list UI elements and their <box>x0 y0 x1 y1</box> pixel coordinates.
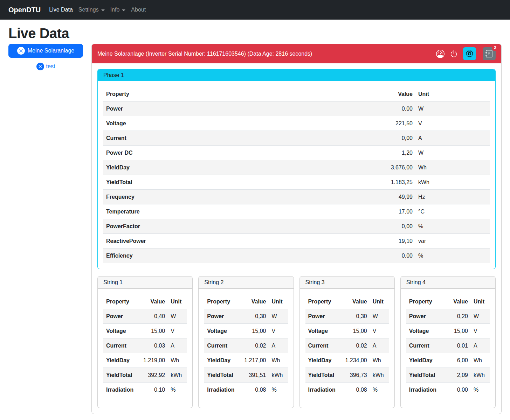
value-cell: 0,40 <box>138 309 168 324</box>
column-header: Property <box>103 294 138 309</box>
table-row: Power0,00W <box>103 102 490 116</box>
table-row: Irradiation0,08% <box>204 383 288 397</box>
column-header: Value <box>239 294 269 309</box>
nav-item-about[interactable]: About <box>128 4 149 16</box>
unit-cell: var <box>415 234 490 248</box>
column-header: Value <box>366 87 415 102</box>
value-cell: 0,01 <box>441 338 471 353</box>
column-header: Property <box>204 294 239 309</box>
property-cell: Temperature <box>103 204 366 219</box>
cpu-icon <box>466 50 473 57</box>
string-table-2: PropertyValueUnit Power0,30WVoltage15,00… <box>204 294 288 397</box>
property-cell: Current <box>305 338 340 353</box>
column-header: Unit <box>415 87 490 102</box>
property-cell: Efficiency <box>103 248 366 263</box>
value-cell: 1.217,00 <box>239 353 269 368</box>
unit-cell: W <box>415 102 490 116</box>
nav-item-live-data[interactable]: Live Data <box>46 4 76 16</box>
inverter-button-meine-solaranlage[interactable]: Meine Solaranlage <box>8 44 83 58</box>
property-cell: Power <box>103 102 366 116</box>
column-header: Value <box>340 294 370 309</box>
unit-cell: V <box>370 324 389 338</box>
value-cell: 15,00 <box>138 324 168 338</box>
property-cell: YieldTotal <box>406 368 441 383</box>
value-cell: 17,00 <box>366 204 415 219</box>
table-row: YieldTotal392,92kWh <box>103 368 187 383</box>
table-row: YieldTotal391,51kWh <box>204 368 288 383</box>
inverter-panel-body: Phase 1 PropertyValueUnit Power0,00WVolt… <box>92 63 501 414</box>
unit-cell: Wh <box>471 353 490 368</box>
column-header: Property <box>103 87 366 102</box>
property-cell: YieldDay <box>204 353 239 368</box>
phase-card: Phase 1 PropertyValueUnit Power0,00WVolt… <box>97 69 496 269</box>
journal-text-icon <box>485 50 493 57</box>
value-cell: 2,09 <box>441 368 471 383</box>
event-log-button[interactable]: 2 <box>483 47 496 60</box>
string-card-header: String 1 <box>98 276 192 289</box>
power-settings-button[interactable] <box>450 50 458 58</box>
unit-cell: V <box>168 324 187 338</box>
string-card-body: PropertyValueUnit Power0,30WVoltage15,00… <box>300 289 394 408</box>
property-cell: Irradiation <box>406 383 441 397</box>
table-row: YieldDay6,00Wh <box>406 353 490 368</box>
unit-cell: Wh <box>370 353 389 368</box>
table-row: Current0,00A <box>103 131 490 146</box>
value-cell: 0,03 <box>138 338 168 353</box>
property-cell: YieldTotal <box>103 175 366 190</box>
value-cell: 0,00 <box>441 383 471 397</box>
unit-cell: % <box>269 383 288 397</box>
device-info-button[interactable] <box>463 47 476 60</box>
unit-cell: kWh <box>471 368 490 383</box>
table-row: Voltage221,50V <box>103 116 490 131</box>
table-row: Current0,02A <box>204 338 288 353</box>
unit-cell: V <box>415 116 490 131</box>
table-header-row: PropertyValueUnit <box>204 294 288 309</box>
property-cell: Current <box>406 338 441 353</box>
table-row: Power0,20W <box>406 309 490 324</box>
string-card-header: String 2 <box>199 276 293 289</box>
x-circle-icon <box>17 47 25 55</box>
nav-item-label: Info <box>110 7 120 13</box>
unit-cell: kWh <box>168 368 187 383</box>
brand-link[interactable]: OpenDTU <box>8 6 41 14</box>
nav-links: Live Data Settings Info About <box>46 4 149 16</box>
limit-settings-button[interactable] <box>436 50 444 58</box>
property-cell: Voltage <box>103 324 138 338</box>
value-cell: 0,02 <box>340 338 370 353</box>
value-cell: 221,50 <box>366 116 415 131</box>
string-card-3: String 3 PropertyValueUnit Power0,30WVol… <box>299 276 395 408</box>
unit-cell: % <box>471 383 490 397</box>
inverter-link-label: test <box>46 63 55 70</box>
string-card-body: PropertyValueUnit Power0,30WVoltage15,00… <box>199 289 293 408</box>
unit-cell: V <box>269 324 288 338</box>
table-header-row: PropertyValueUnit <box>103 294 187 309</box>
string-card-4: String 4 PropertyValueUnit Power0,20WVol… <box>400 276 496 408</box>
nav-item-settings[interactable]: Settings <box>76 4 108 16</box>
inverter-button-test[interactable]: test <box>8 63 83 70</box>
nav-item-info[interactable]: Info <box>108 4 129 16</box>
table-row: Voltage15,00V <box>406 324 490 338</box>
phase-card-header: Phase 1 <box>98 69 495 81</box>
property-cell: YieldDay <box>103 353 138 368</box>
value-cell: 3.676,00 <box>366 160 415 175</box>
property-cell: ReactivePower <box>103 234 366 248</box>
value-cell: 6,00 <box>441 353 471 368</box>
string-card-header: String 3 <box>300 276 394 289</box>
value-cell: 0,30 <box>340 309 370 324</box>
column-header: Property <box>305 294 340 309</box>
property-cell: Current <box>103 338 138 353</box>
property-cell: Irradiation <box>103 383 138 397</box>
value-cell: 1.234,00 <box>340 353 370 368</box>
column-header: Unit <box>471 294 490 309</box>
table-row: Current0,03A <box>103 338 187 353</box>
property-cell: Voltage <box>406 324 441 338</box>
table-row: Voltage15,00V <box>204 324 288 338</box>
property-cell: YieldDay <box>103 160 366 175</box>
unit-cell: % <box>415 219 490 234</box>
property-cell: Current <box>204 338 239 353</box>
value-cell: 1,20 <box>366 146 415 160</box>
string-card-2: String 2 PropertyValueUnit Power0,30WVol… <box>198 276 294 408</box>
table-row: YieldDay1.219,00Wh <box>103 353 187 368</box>
string-table-3: PropertyValueUnit Power0,30WVoltage15,00… <box>305 294 389 397</box>
unit-cell: A <box>269 338 288 353</box>
